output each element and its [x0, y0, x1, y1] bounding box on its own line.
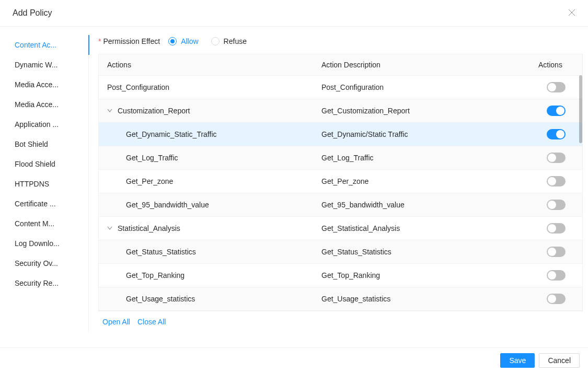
- actions-table: Actions Action Description Actions Post_…: [99, 54, 582, 311]
- toggle-knob: [548, 83, 556, 91]
- action-toggle[interactable]: [547, 153, 566, 163]
- action-description-cell: Get_Customization_Report: [313, 99, 530, 123]
- toggle-knob: [556, 130, 564, 138]
- cancel-button[interactable]: Cancel: [539, 353, 580, 368]
- close-button[interactable]: [568, 9, 575, 18]
- sidebar-item[interactable]: Flood Shield: [15, 154, 88, 174]
- sidebar-item[interactable]: Dynamic W...: [15, 55, 88, 75]
- active-tab-indicator: [88, 35, 89, 55]
- action-toggle[interactable]: [547, 106, 566, 116]
- table-row: Get_Dynamic_Static_TrafficGet_Dynamic/St…: [99, 123, 582, 146]
- action-toggle-cell: [530, 123, 582, 146]
- sidebar-item[interactable]: HTTPDNS: [15, 174, 88, 194]
- table-row: Customization_ReportGet_Customization_Re…: [99, 99, 582, 123]
- action-toggle-cell: [530, 264, 582, 287]
- action-name: Get_Status_Statistics: [126, 248, 196, 256]
- action-toggle[interactable]: [547, 247, 566, 257]
- action-name-cell: Customization_Report: [99, 99, 313, 123]
- action-name: Get_Usage_statistics: [126, 295, 195, 303]
- close-icon: [568, 9, 575, 16]
- action-toggle-cell: [530, 146, 582, 170]
- action-description-cell: Get_Status_Statistics: [313, 240, 530, 264]
- chevron-down-icon[interactable]: [107, 107, 113, 115]
- action-name: Get_Dynamic_Static_Traffic: [126, 130, 217, 138]
- action-name-cell: Get_Status_Statistics: [99, 240, 313, 264]
- toggle-knob: [548, 154, 556, 162]
- action-name-cell: Get_Usage_statistics: [99, 287, 313, 311]
- action-toggle[interactable]: [547, 129, 566, 139]
- action-toggle[interactable]: [547, 82, 566, 92]
- action-description-cell: Get_Log_Traffic: [313, 146, 530, 170]
- sidebar-item[interactable]: Bot Shield: [15, 134, 88, 154]
- toggle-knob: [548, 224, 556, 232]
- radio-refuse[interactable]: Refuse: [211, 37, 247, 45]
- action-toggle[interactable]: [547, 294, 566, 304]
- action-name: Post_Configuration: [107, 83, 169, 91]
- sidebar-item[interactable]: Certificate ...: [15, 194, 88, 214]
- action-name: Get_95_bandwidth_value: [126, 201, 209, 209]
- toggle-knob: [556, 107, 564, 115]
- modal-header: Add Policy: [0, 0, 588, 27]
- required-mark: *: [98, 37, 101, 45]
- action-description-cell: Post_Configuration: [313, 76, 530, 99]
- action-description-cell: Get_Top_Ranking: [313, 264, 530, 287]
- action-description-cell: Get_Usage_statistics: [313, 287, 530, 311]
- chevron-down-icon[interactable]: [107, 224, 113, 232]
- action-name-cell: Get_Log_Traffic: [99, 146, 313, 170]
- scrollbar-thumb[interactable]: [579, 75, 582, 143]
- radio-refuse-label: Refuse: [224, 37, 247, 45]
- action-toggle-cell: [530, 240, 582, 264]
- action-name: Get_Top_Ranking: [126, 271, 185, 279]
- table-row: Get_Usage_statisticsGet_Usage_statistics: [99, 287, 582, 311]
- permission-effect-label: Permission Effect: [103, 37, 160, 45]
- radio-allow[interactable]: Allow: [168, 37, 198, 45]
- action-toggle-cell: [530, 193, 582, 217]
- toggle-knob: [548, 177, 556, 185]
- action-toggle-cell: [530, 170, 582, 193]
- action-description-cell: Get_95_bandwidth_value: [313, 193, 530, 217]
- action-toggle-cell: [530, 99, 582, 123]
- action-name-cell: Get_95_bandwidth_value: [99, 193, 313, 217]
- action-name: Get_Per_zone: [126, 177, 173, 185]
- table-row: Get_Per_zoneGet_Per_zone: [99, 170, 582, 193]
- table-row: Get_Status_StatisticsGet_Status_Statisti…: [99, 240, 582, 264]
- sidebar-item[interactable]: Application ...: [15, 114, 88, 134]
- sidebar-item[interactable]: Content M...: [15, 214, 88, 234]
- sidebar-item[interactable]: Content Ac...: [15, 35, 88, 55]
- action-name: Get_Log_Traffic: [126, 154, 178, 162]
- action-toggle-cell: [530, 287, 582, 311]
- radio-circle-icon: [211, 37, 220, 45]
- table-footer: Open All Close All: [98, 311, 583, 332]
- save-button[interactable]: Save: [500, 353, 535, 368]
- sidebar-item[interactable]: Security Ov...: [15, 253, 88, 273]
- action-toggle[interactable]: [547, 270, 566, 281]
- actions-table-container: Actions Action Description Actions Post_…: [98, 54, 583, 311]
- action-description-cell: Get_Per_zone: [313, 170, 530, 193]
- header-actions-toggle: Actions: [530, 54, 582, 76]
- modal-body: Content Ac...Dynamic W...Media Acce...Me…: [0, 27, 588, 332]
- radio-allow-label: Allow: [181, 37, 198, 45]
- action-description-cell: Get_Dynamic/Static Traffic: [313, 123, 530, 146]
- header-action-description: Action Description: [313, 54, 530, 76]
- toggle-knob: [548, 271, 556, 279]
- action-toggle[interactable]: [547, 223, 566, 234]
- modal-title: Add Policy: [13, 8, 52, 18]
- close-all-button[interactable]: Close All: [137, 318, 166, 326]
- action-toggle-cell: [530, 217, 582, 240]
- permission-radio-group: Allow Refuse: [168, 37, 247, 45]
- sidebar-item[interactable]: Media Acce...: [15, 95, 88, 114]
- permission-effect-row: * Permission Effect Allow Refuse: [98, 35, 583, 48]
- sidebar-item[interactable]: Media Acce...: [15, 75, 88, 95]
- action-toggle[interactable]: [547, 176, 566, 186]
- open-all-button[interactable]: Open All: [102, 318, 130, 326]
- radio-circle-icon: [168, 37, 177, 45]
- action-toggle[interactable]: [547, 200, 566, 210]
- action-name-cell: Statistical_Analysis: [99, 217, 313, 240]
- action-name-cell: Get_Per_zone: [99, 170, 313, 193]
- sidebar-item[interactable]: Security Re...: [15, 273, 88, 293]
- sidebar-item[interactable]: Log Downlo...: [15, 234, 88, 253]
- table-row: Get_Top_RankingGet_Top_Ranking: [99, 264, 582, 287]
- action-name: Statistical_Analysis: [118, 224, 180, 232]
- action-name: Customization_Report: [118, 107, 190, 115]
- action-description-cell: Get_Statistical_Analysis: [313, 217, 530, 240]
